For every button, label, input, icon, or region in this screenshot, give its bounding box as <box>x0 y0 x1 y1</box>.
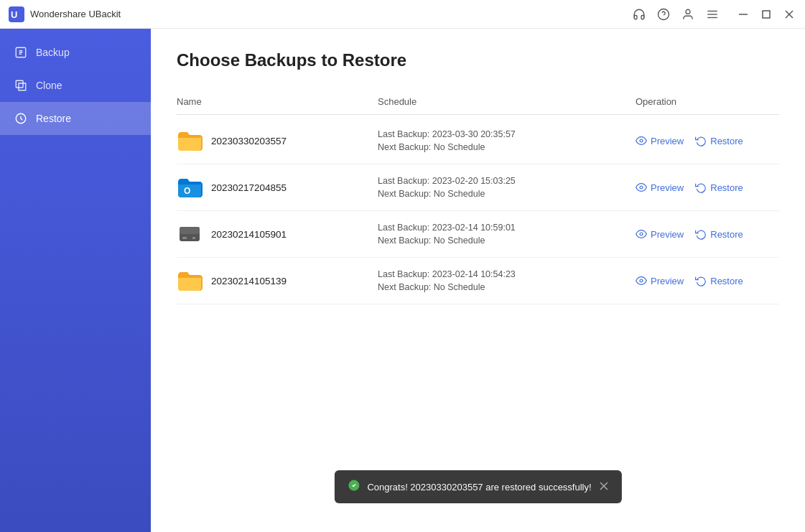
svg-point-21 <box>640 233 643 235</box>
sidebar-label-backup: Backup <box>36 47 70 58</box>
next-backup-3: Next Backup: No Schedule <box>378 235 636 246</box>
last-backup-1: Last Backup: 2023-03-30 20:35:57 <box>378 129 636 139</box>
restore-button-1[interactable]: Restore <box>695 135 743 146</box>
backup-label-3: 20230214105901 <box>211 229 287 240</box>
toast-close-button[interactable] <box>599 481 609 493</box>
last-backup-3: Last Backup: 2023-02-14 10:59:01 <box>378 223 636 233</box>
title-bar-left: U Wondershare UBackit <box>9 6 121 22</box>
backup-label-4: 20230214105139 <box>211 276 287 286</box>
next-backup-1: Next Backup: No Schedule <box>378 142 636 152</box>
backup-name-1: 20230330203557 <box>177 128 378 154</box>
content-inner: Choose Backups to Restore Name Schedule … <box>151 29 805 326</box>
schedule-info-3: Last Backup: 2023-02-14 10:59:01 Next Ba… <box>378 223 636 246</box>
restore-op-icon-4 <box>695 275 707 286</box>
table-row: 20230214105901 Last Backup: 2023-02-14 1… <box>177 211 779 258</box>
col-schedule: Schedule <box>378 96 636 107</box>
svg-rect-20 <box>192 237 195 239</box>
toast-check-icon <box>347 479 360 495</box>
restore-button-4[interactable]: Restore <box>695 275 743 286</box>
restore-button-3[interactable]: Restore <box>695 228 743 240</box>
schedule-info-2: Last Backup: 2023-02-20 15:03:25 Next Ba… <box>378 176 636 199</box>
headset-icon[interactable] <box>633 8 646 21</box>
sidebar-item-backup[interactable]: Backup <box>0 36 151 69</box>
schedule-info-1: Last Backup: 2023-03-30 20:35:57 Next Ba… <box>378 129 636 152</box>
title-bar-right <box>633 7 796 22</box>
table-row: 20230214105139 Last Backup: 2023-02-14 1… <box>177 258 779 304</box>
app-logo: U <box>9 6 24 22</box>
main-layout: Backup Clone Restore Choose Backup <box>0 29 805 532</box>
title-bar: U Wondershare UBackit <box>0 0 805 29</box>
restore-op-icon-2 <box>695 182 707 193</box>
backup-name-2: O 20230217204855 <box>177 174 378 200</box>
svg-text:U: U <box>11 9 17 20</box>
sidebar-label-clone: Clone <box>36 80 62 91</box>
menu-icon[interactable] <box>706 8 719 21</box>
eye-icon-3 <box>636 228 647 240</box>
restore-op-icon-3 <box>695 228 707 240</box>
restore-op-icon <box>695 135 707 146</box>
operation-btns-2: Preview Restore <box>636 182 779 193</box>
app-title: Wondershare UBackit <box>30 9 121 19</box>
preview-button-4[interactable]: Preview <box>636 275 684 286</box>
eye-icon-2 <box>636 182 647 193</box>
svg-text:O: O <box>184 186 190 196</box>
toast-container: Congrats! 20230330203557 are restored su… <box>334 470 621 503</box>
eye-icon-4 <box>636 275 647 286</box>
sidebar-item-clone[interactable]: Clone <box>0 69 151 102</box>
table-row: O 20230217204855 Last Backup: 2023-02-20… <box>177 164 779 211</box>
eye-icon <box>636 135 647 146</box>
backup-name-3: 20230214105901 <box>177 221 378 247</box>
backup-icon <box>14 46 27 59</box>
preview-button-1[interactable]: Preview <box>636 135 684 146</box>
table-header: Name Schedule Operation <box>177 90 779 115</box>
backup-name-4: 20230214105139 <box>177 268 378 294</box>
preview-button-2[interactable]: Preview <box>636 182 684 193</box>
table-row: 20230330203557 Last Backup: 2023-03-30 2… <box>177 118 779 164</box>
window-controls <box>736 7 796 22</box>
folder-yellow-icon-2 <box>177 268 203 294</box>
svg-point-14 <box>640 139 643 142</box>
toast: Congrats! 20230330203557 are restored su… <box>334 470 621 503</box>
last-backup-2: Last Backup: 2023-02-20 15:03:25 <box>378 176 636 186</box>
close-button[interactable] <box>782 7 796 22</box>
operation-btns-3: Preview Restore <box>636 228 779 240</box>
toast-message: Congrats! 20230330203557 are restored su… <box>367 482 591 493</box>
sidebar: Backup Clone Restore <box>0 29 151 532</box>
sidebar-item-restore[interactable]: Restore <box>0 102 151 135</box>
next-backup-4: Next Backup: No Schedule <box>378 282 636 292</box>
svg-point-16 <box>640 186 643 189</box>
folder-drive-icon <box>177 221 203 247</box>
col-operation: Operation <box>636 96 779 107</box>
backup-label-1: 20230330203557 <box>211 136 287 146</box>
help-icon[interactable] <box>657 8 670 21</box>
svg-rect-18 <box>180 227 200 234</box>
svg-rect-12 <box>16 80 23 88</box>
account-icon[interactable] <box>681 8 694 21</box>
sidebar-label-restore: Restore <box>36 113 71 124</box>
col-name: Name <box>177 96 378 107</box>
svg-rect-19 <box>182 237 187 239</box>
restore-icon <box>14 112 27 125</box>
content-area: Choose Backups to Restore Name Schedule … <box>151 29 805 532</box>
clone-icon <box>14 79 27 92</box>
svg-rect-8 <box>763 11 770 18</box>
folder-outlook-icon: O <box>177 174 203 200</box>
restore-button-2[interactable]: Restore <box>695 182 743 193</box>
page-title: Choose Backups to Restore <box>177 50 779 70</box>
schedule-info-4: Last Backup: 2023-02-14 10:54:23 Next Ba… <box>378 269 636 292</box>
folder-yellow-icon <box>177 128 203 154</box>
maximize-button[interactable] <box>759 7 773 22</box>
preview-button-3[interactable]: Preview <box>636 228 684 240</box>
backup-label-2: 20230217204855 <box>211 182 287 193</box>
operation-btns-4: Preview Restore <box>636 275 779 286</box>
svg-point-22 <box>640 279 643 282</box>
operation-btns-1: Preview Restore <box>636 135 779 146</box>
next-backup-2: Next Backup: No Schedule <box>378 189 636 199</box>
svg-point-3 <box>686 9 690 14</box>
last-backup-4: Last Backup: 2023-02-14 10:54:23 <box>378 269 636 279</box>
minimize-button[interactable] <box>736 7 750 22</box>
svg-point-2 <box>659 9 669 19</box>
